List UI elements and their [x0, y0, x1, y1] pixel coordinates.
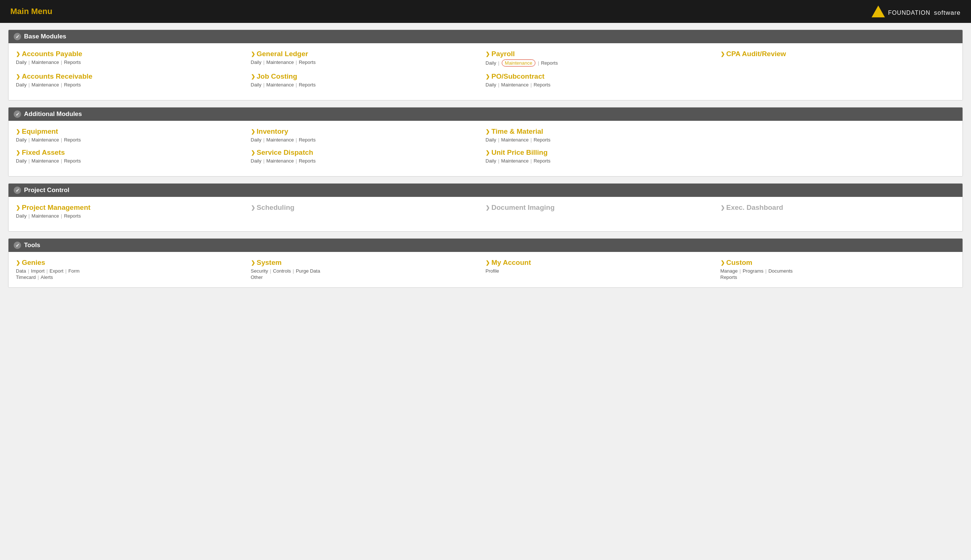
project-control-header: ✓ Project Control: [8, 183, 963, 197]
accounts-receivable-daily[interactable]: Daily: [16, 82, 27, 88]
unit-price-billing-title[interactable]: ❯ Unit Price Billing: [486, 148, 721, 157]
service-dispatch-reports[interactable]: Reports: [299, 158, 316, 163]
document-imaging-chevron: ❯: [486, 205, 490, 210]
job-costing-daily[interactable]: Daily: [251, 82, 262, 88]
accounts-payable-maintenance[interactable]: Maintenance: [32, 60, 59, 65]
logo: FOUNDATION software: [872, 5, 961, 17]
main-content: ✓ Base Modules ❯ Accounts Payable Daily …: [0, 23, 971, 301]
payroll-title[interactable]: ❯ Payroll: [486, 50, 721, 58]
additional-empty-1: [721, 127, 956, 143]
genies-data[interactable]: Data: [16, 268, 26, 274]
tools-header: ✓ Tools: [8, 238, 963, 252]
unit-price-billing-daily[interactable]: Daily: [486, 158, 496, 163]
project-control-title: Project Control: [24, 187, 70, 194]
fixed-assets-daily[interactable]: Daily: [16, 158, 27, 163]
accounts-receivable-reports[interactable]: Reports: [64, 82, 81, 88]
job-costing-reports[interactable]: Reports: [299, 82, 316, 88]
system-other[interactable]: Other: [251, 275, 263, 280]
my-account-title[interactable]: ❯ My Account: [486, 258, 721, 267]
time-material-reports[interactable]: Reports: [534, 137, 551, 143]
project-management-daily[interactable]: Daily: [16, 213, 27, 219]
po-subcontract-maintenance[interactable]: Maintenance: [501, 82, 528, 88]
fixed-assets-reports[interactable]: Reports: [64, 158, 81, 163]
job-costing-maintenance[interactable]: Maintenance: [266, 82, 294, 88]
time-material-title[interactable]: ❯ Time & Material: [486, 127, 721, 135]
unit-price-billing-reports[interactable]: Reports: [534, 158, 551, 163]
document-imaging-title: ❯ Document Imaging: [486, 203, 721, 212]
system-security[interactable]: Security: [251, 268, 268, 274]
time-material-chevron: ❯: [486, 128, 490, 135]
custom-documents[interactable]: Documents: [769, 268, 793, 274]
accounts-receivable-title[interactable]: ❯ Accounts Receivable: [16, 72, 251, 80]
job-costing-chevron: ❯: [251, 73, 255, 79]
accounts-payable-reports[interactable]: Reports: [64, 60, 81, 65]
genies-form[interactable]: Form: [68, 268, 79, 274]
system-title[interactable]: ❯ System: [251, 258, 486, 267]
po-subcontract-title[interactable]: ❯ PO/Subcontract: [486, 72, 721, 80]
system-row1: Security | Controls | Purge Data: [251, 268, 486, 274]
general-ledger-title[interactable]: ❯ General Ledger: [251, 50, 486, 58]
genies-title[interactable]: ❯ Genies: [16, 258, 251, 267]
equipment-reports[interactable]: Reports: [64, 137, 81, 143]
inventory-reports[interactable]: Reports: [299, 137, 316, 143]
project-management-reports[interactable]: Reports: [64, 213, 81, 219]
unit-price-billing-maintenance[interactable]: Maintenance: [501, 158, 528, 163]
custom-reports[interactable]: Reports: [721, 275, 737, 280]
inventory-maintenance[interactable]: Maintenance: [266, 137, 294, 143]
equipment-daily[interactable]: Daily: [16, 137, 27, 143]
time-material-daily[interactable]: Daily: [486, 137, 496, 143]
custom-programs[interactable]: Programs: [742, 268, 763, 274]
scheduling-chevron: ❯: [251, 205, 255, 210]
accounts-receivable-maintenance[interactable]: Maintenance: [32, 82, 59, 88]
po-subcontract-reports[interactable]: Reports: [534, 82, 551, 88]
inventory-chevron: ❯: [251, 128, 255, 135]
my-account-profile[interactable]: Profile: [486, 268, 499, 274]
genies-timecard[interactable]: Timecard: [16, 275, 36, 280]
system-controls[interactable]: Controls: [273, 268, 291, 274]
custom-title[interactable]: ❯ Custom: [721, 258, 956, 267]
custom-manage[interactable]: Manage: [721, 268, 738, 274]
project-management-maintenance[interactable]: Maintenance: [32, 213, 59, 219]
tools-section: ✓ Tools ❯ Genies Data | Import | Export: [8, 238, 963, 288]
accounts-payable-title[interactable]: ❯ Accounts Payable: [16, 50, 251, 58]
job-costing-title[interactable]: ❯ Job Costing: [251, 72, 486, 80]
general-ledger-reports[interactable]: Reports: [299, 60, 316, 65]
general-ledger-maintenance[interactable]: Maintenance: [266, 60, 294, 65]
payroll-reports[interactable]: Reports: [541, 60, 558, 66]
project-management-title[interactable]: ❯ Project Management: [16, 203, 251, 212]
additional-modules-row-1: ❯ Equipment Daily | Maintenance | Report…: [16, 127, 955, 143]
time-material-maintenance[interactable]: Maintenance: [501, 137, 528, 143]
inventory-daily[interactable]: Daily: [251, 137, 262, 143]
system-row2: Other: [251, 275, 486, 280]
system-purge-data[interactable]: Purge Data: [296, 268, 320, 274]
scheduling-cell: ❯ Scheduling: [251, 203, 486, 219]
scheduling-title: ❯ Scheduling: [251, 203, 486, 212]
general-ledger-daily[interactable]: Daily: [251, 60, 262, 65]
cpa-audit-title[interactable]: ❯ CPA Audit/Review: [721, 50, 956, 58]
unit-price-billing-cell: ❯ Unit Price Billing Daily | Maintenance…: [486, 148, 721, 163]
genies-import[interactable]: Import: [31, 268, 45, 274]
unit-price-billing-links: Daily | Maintenance | Reports: [486, 158, 721, 163]
accounts-payable-daily[interactable]: Daily: [16, 60, 27, 65]
equipment-title[interactable]: ❯ Equipment: [16, 127, 251, 135]
exec-dashboard-cell: ❯ Exec. Dashboard: [721, 203, 956, 219]
equipment-maintenance[interactable]: Maintenance: [32, 137, 59, 143]
service-dispatch-maintenance[interactable]: Maintenance: [266, 158, 294, 163]
base-modules-section: ✓ Base Modules ❯ Accounts Payable Daily …: [8, 30, 963, 100]
po-subcontract-daily[interactable]: Daily: [486, 82, 496, 88]
payroll-maintenance[interactable]: Maintenance: [502, 60, 535, 67]
inventory-title[interactable]: ❯ Inventory: [251, 127, 486, 135]
genies-alerts[interactable]: Alerts: [41, 275, 53, 280]
job-costing-links: Daily | Maintenance | Reports: [251, 82, 486, 88]
main-menu-title: Main Menu: [10, 7, 52, 16]
payroll-daily[interactable]: Daily: [486, 60, 496, 66]
service-dispatch-daily[interactable]: Daily: [251, 158, 262, 163]
base-modules-check-icon: ✓: [14, 33, 21, 40]
fixed-assets-title[interactable]: ❯ Fixed Assets: [16, 148, 251, 157]
logo-triangle-icon: [872, 5, 885, 17]
inventory-links: Daily | Maintenance | Reports: [251, 137, 486, 143]
service-dispatch-title[interactable]: ❯ Service Dispatch: [251, 148, 486, 157]
po-subcontract-links: Daily | Maintenance | Reports: [486, 82, 721, 88]
fixed-assets-maintenance[interactable]: Maintenance: [32, 158, 59, 163]
genies-export[interactable]: Export: [50, 268, 63, 274]
